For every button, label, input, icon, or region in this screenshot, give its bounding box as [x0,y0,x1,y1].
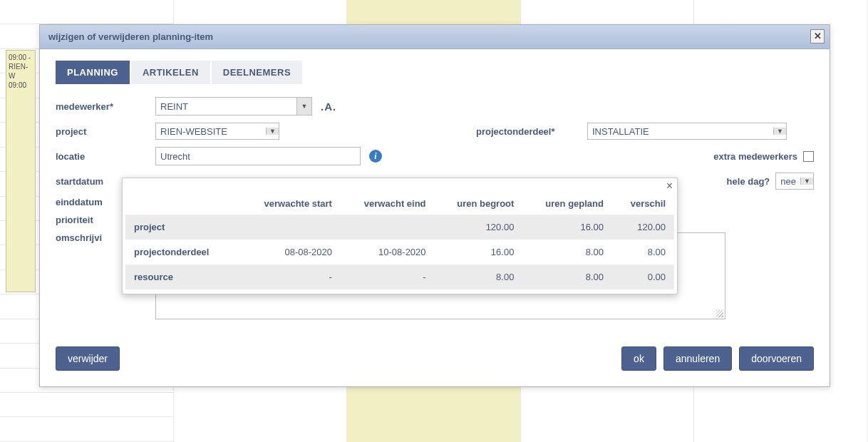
project-select[interactable]: RIEN-WEBSITE ▼ [155,123,279,140]
locatie-input[interactable] [155,147,361,165]
th: verwachte start [239,192,341,215]
hours-table: verwachte start verwacht eind uren begro… [125,192,674,289]
hele-dag-value: nee [776,176,800,187]
table-row: project 120.00 16.00 120.00 [125,215,674,240]
planning-dialog: wijzigen of verwijderen planning-item ✕ … [39,24,830,387]
th: uren begroot [435,192,523,215]
hele-dag-select[interactable]: nee ▼ [775,173,814,190]
chevron-down-icon[interactable]: ▼ [266,128,279,135]
locatie-label: locatie [56,151,155,162]
hours-popover: × verwachte start verwacht eind uren beg… [122,178,678,294]
table-row: projectonderdeel 08-08-2020 10-08-2020 1… [125,240,674,264]
tabs: PLANNING ARTIKELEN DEELNEMERS [56,61,814,84]
ok-button[interactable]: ok [621,346,656,371]
medewerker-input[interactable] [155,97,296,115]
event-line: 09:00 - [9,53,31,61]
projectonderdeel-label: projectonderdeel* [476,126,587,137]
assign-all-button[interactable]: .A. [316,97,341,115]
th [125,192,239,215]
projectonderdeel-select[interactable]: INSTALLATIE ▼ [587,123,787,140]
event-line: RIEN-W [9,63,28,80]
resize-grip-icon[interactable] [716,310,723,317]
close-icon[interactable]: ✕ [810,29,825,43]
info-icon[interactable]: i [369,150,382,163]
th: verwacht eind [341,192,435,215]
chevron-down-icon[interactable]: ▼ [296,97,312,115]
tab-artikelen[interactable]: ARTIKELEN [131,61,210,84]
hele-dag-label: hele dag? [727,176,770,187]
dialog-title: wijzigen of verwijderen planning-item [48,31,213,42]
table-row: resource - - 8.00 8.00 0.00 [125,264,674,289]
th: verschil [612,192,674,215]
project-label: project [56,126,155,137]
verwijder-button[interactable]: verwijder [56,346,120,371]
calendar-event[interactable]: 09:00 - RIEN-W 09:00 [6,50,36,292]
project-value: RIEN-WEBSITE [156,126,266,137]
tab-deelnemers[interactable]: DEELNEMERS [212,61,302,84]
extra-medewerkers-label: extra medewerkers [713,151,797,162]
th: uren gepland [522,192,612,215]
chevron-down-icon[interactable]: ▼ [800,178,813,185]
medewerker-label: medewerker* [56,101,155,112]
chevron-down-icon[interactable]: ▼ [773,128,786,135]
medewerker-combo[interactable]: ▼ [155,97,312,115]
annuleren-button[interactable]: annuleren [663,346,732,371]
event-line: 09:00 [9,81,26,89]
extra-medewerkers-checkbox[interactable] [803,151,814,162]
tab-planning[interactable]: PLANNING [56,61,130,84]
close-icon[interactable]: × [666,180,673,192]
projectonderdeel-value: INSTALLATIE [588,126,773,137]
doorvoeren-button[interactable]: doorvoeren [739,346,814,371]
dialog-header: wijzigen of verwijderen planning-item ✕ [40,25,830,49]
